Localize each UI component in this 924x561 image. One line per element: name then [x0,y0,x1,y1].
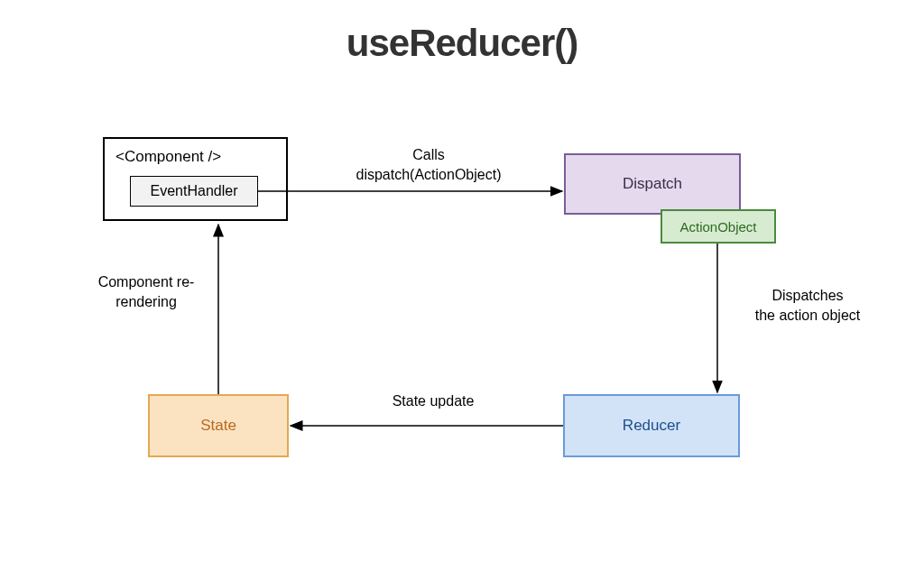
edge-rerender-line2: rendering [116,294,177,309]
dispatch-node: Dispatch [564,153,741,215]
edge-label-dispatches: Dispatches the action object [731,286,884,325]
edge-calls-line1: Calls [412,147,445,162]
edge-label-calls: Calls dispatch(ActionObject) [325,145,532,184]
edge-calls-line2: dispatch(ActionObject) [356,167,502,182]
diagram-title: useReducer() [0,22,924,65]
reducer-node: Reducer [563,394,740,457]
action-object-node: ActionObject [661,209,776,244]
event-handler-node: EventHandler [130,176,258,207]
edge-label-rerender: Component re- rendering [74,272,218,311]
component-label: <Component /> [116,148,275,166]
edge-label-state-update: State update [352,391,514,411]
edge-dispatches-line2: the action object [755,308,861,323]
state-node: State [148,394,289,457]
edge-dispatches-line1: Dispatches [772,288,843,303]
edge-rerender-line1: Component re- [98,274,195,290]
